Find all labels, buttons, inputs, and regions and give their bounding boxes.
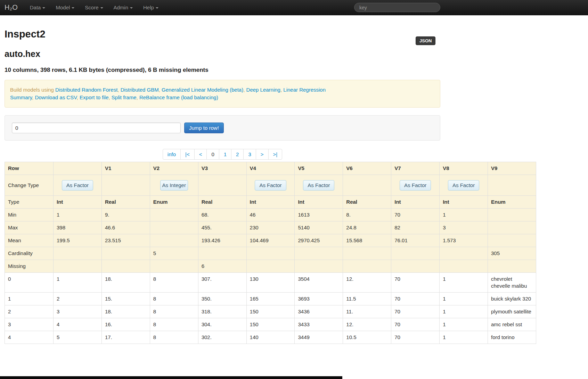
data-cell: 11. <box>343 305 391 318</box>
split-frame-link[interactable]: Split frame <box>112 94 137 100</box>
chevron-down-icon <box>130 7 133 9</box>
stat-cell <box>488 221 536 234</box>
as-factor-button[interactable]: As Factor <box>400 180 431 191</box>
row-label: Change Type <box>5 175 54 196</box>
page-title: Inspect2 <box>5 28 588 40</box>
stat-cell <box>440 260 488 273</box>
row-label: Cardinality <box>5 247 54 260</box>
change-type-cell <box>101 175 150 196</box>
as-factor-button[interactable]: As Factor <box>303 180 334 191</box>
table-row: 2318.8318.150343611.701plymouth satellit… <box>5 305 536 318</box>
stat-cell: Int <box>54 196 102 209</box>
nav-item-score[interactable]: Score <box>80 0 108 15</box>
data-cell: 8 <box>150 273 198 293</box>
data-cell: 1 <box>440 318 488 331</box>
generalized-linear-modeling-beta-link[interactable]: Generalized Linear Modeling (beta) <box>162 87 243 93</box>
data-cell: 15. <box>101 293 150 305</box>
stat-cell: 8. <box>343 209 391 221</box>
download-as-csv-link[interactable]: Download as CSV <box>35 94 76 100</box>
linear-regression-link[interactable]: Linear Regression <box>283 87 326 93</box>
as-factor-button[interactable]: As Factor <box>62 180 93 191</box>
jump-row-input[interactable] <box>12 123 181 133</box>
change-type-cell: As Factor <box>440 175 488 196</box>
rebalance-frame-load-balancing-link[interactable]: ReBalance frame (load balancing) <box>139 94 218 100</box>
row-label: Mean <box>5 234 54 247</box>
build-models-alert: Build models using Distributed Random Fo… <box>5 80 440 108</box>
data-cell: 12. <box>343 318 391 331</box>
nav-item-help[interactable]: Help <box>138 0 164 15</box>
as-integer-button[interactable]: As Integer <box>160 180 188 191</box>
jump-to-row-button[interactable]: Jump to row! <box>184 123 224 133</box>
distributed-random-forest-link[interactable]: Distributed Random Forest <box>55 87 117 93</box>
data-cell: 1 <box>440 305 488 318</box>
stat-cell: 1 <box>440 209 488 221</box>
pagination-info[interactable]: info <box>163 149 181 160</box>
stat-cell <box>295 260 343 273</box>
data-cell: 3449 <box>295 331 343 344</box>
stat-cell: 305 <box>488 247 536 260</box>
export-to-file-link[interactable]: Export to file <box>80 94 108 100</box>
data-cell: 8 <box>150 305 198 318</box>
distributed-gbm-link[interactable]: Distributed GBM <box>121 87 159 93</box>
stat-cell: 76.01 <box>391 234 440 247</box>
change-type-row: Change TypeAs FactorAs IntegerAs FactorA… <box>5 175 536 196</box>
stat-cell: Enum <box>488 196 536 209</box>
pagination-last-page[interactable]: >| <box>268 149 283 160</box>
data-cell: 18. <box>101 305 150 318</box>
stat-cell: 1.573 <box>440 234 488 247</box>
row-index: 0 <box>5 273 54 293</box>
stat-cell: 46.6 <box>101 221 150 234</box>
page-content: JSON Inspect2 auto.hex 10 columns, 398 r… <box>0 28 588 344</box>
stat-cell: 6 <box>198 260 246 273</box>
data-cell: 165 <box>246 293 295 305</box>
as-factor-button[interactable]: As Factor <box>448 180 479 191</box>
stat-cell: 1 <box>54 209 102 221</box>
change-type-cell: As Integer <box>150 175 198 196</box>
nav-item-admin[interactable]: Admin <box>108 0 138 15</box>
column-header: V7 <box>391 162 440 175</box>
nav-search <box>354 3 440 12</box>
data-cell: 8 <box>150 293 198 305</box>
stat-row-min: Min19.68.4616138.701 <box>5 209 536 221</box>
column-header <box>54 162 102 175</box>
stat-cell <box>440 247 488 260</box>
chevron-down-icon <box>156 7 158 9</box>
data-cell: 140 <box>246 331 295 344</box>
row-index: 2 <box>5 305 54 318</box>
pagination-first-page[interactable]: |< <box>180 149 195 160</box>
pagination-prev-page[interactable]: < <box>194 149 207 160</box>
pagination-page-2[interactable]: 2 <box>231 149 244 160</box>
data-cell: 150 <box>246 318 295 331</box>
pagination-page-1[interactable]: 1 <box>219 149 231 160</box>
data-cell: amc rebel sst <box>488 318 536 331</box>
stat-cell: Real <box>343 196 391 209</box>
column-header: V5 <box>295 162 343 175</box>
data-cell: 1 <box>440 273 488 293</box>
data-cell: 70 <box>391 318 440 331</box>
deep-learning-link[interactable]: Deep Learning <box>246 87 280 93</box>
data-cell: plymouth satellite <box>488 305 536 318</box>
table-row: 0118.8307.130350412.701chevrolet chevell… <box>5 273 536 293</box>
stat-cell: 70 <box>391 209 440 221</box>
jump-to-row-well: Jump to row! <box>5 115 440 141</box>
pagination-next-page[interactable]: > <box>256 149 269 160</box>
search-input[interactable] <box>354 3 440 12</box>
data-cell: 8 <box>150 318 198 331</box>
data-cell: 3436 <box>295 305 343 318</box>
pagination-page-3[interactable]: 3 <box>243 149 256 160</box>
as-factor-button[interactable]: As Factor <box>255 180 286 191</box>
nav-item-model[interactable]: Model <box>50 0 80 15</box>
json-button[interactable]: JSON <box>416 36 435 45</box>
nav-item-data[interactable]: Data <box>25 0 51 15</box>
data-cell: 304. <box>198 318 246 331</box>
summary-link[interactable]: Summary <box>10 94 32 100</box>
stat-cell <box>343 247 391 260</box>
data-cell: buick skylark 320 <box>488 293 536 305</box>
data-cell: 1 <box>440 331 488 344</box>
stat-row-cardinality: Cardinality5305 <box>5 247 536 260</box>
table-row: 3416.8304.150343312.701amc rebel sst <box>5 318 536 331</box>
stat-cell <box>391 247 440 260</box>
data-cell: 2 <box>54 293 102 305</box>
brand-logo[interactable]: H₂O <box>5 3 25 11</box>
data-cell: 350. <box>198 293 246 305</box>
